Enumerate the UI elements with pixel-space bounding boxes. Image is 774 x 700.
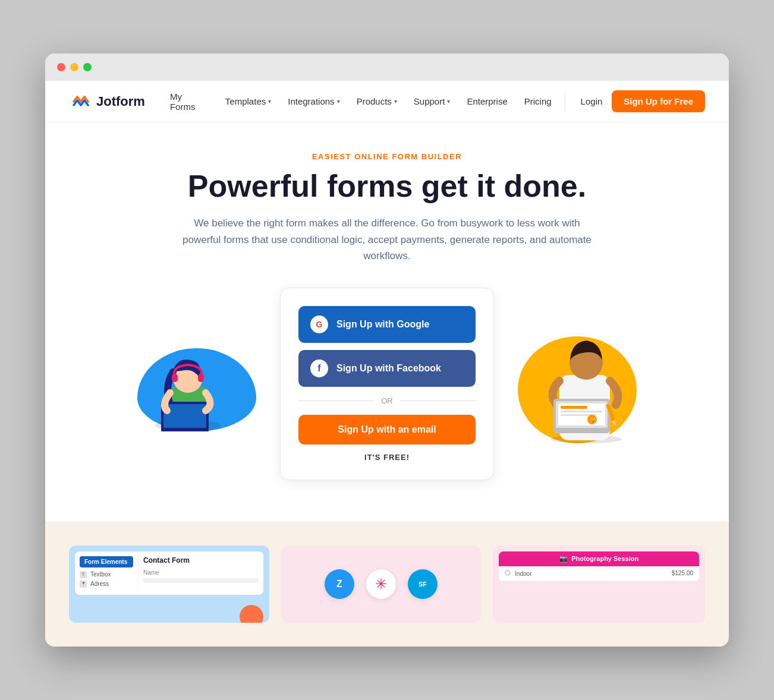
form-preview: Form Elements T Textbox 📍 Adress Co bbox=[75, 551, 263, 595]
indoor-radio[interactable] bbox=[505, 570, 511, 576]
google-g-icon: G bbox=[316, 320, 323, 329]
nav-divider bbox=[565, 93, 565, 111]
products-chevron-icon: ▾ bbox=[394, 98, 397, 105]
form-elements-label: Form Elements bbox=[80, 556, 133, 567]
camera-icon: 📷 bbox=[559, 555, 568, 563]
or-line-right bbox=[400, 401, 476, 401]
nav-pricing[interactable]: Pricing bbox=[517, 92, 559, 111]
google-icon-circle: G bbox=[310, 316, 328, 333]
login-link[interactable]: Login bbox=[571, 92, 612, 111]
integrations-card: Z ✳ SF bbox=[281, 546, 482, 623]
close-button[interactable] bbox=[57, 63, 65, 71]
photography-session-header: 📷 Photography Session bbox=[499, 551, 699, 566]
logo[interactable]: Jotform bbox=[69, 91, 145, 112]
integrations-chevron-icon: ▾ bbox=[337, 98, 340, 105]
bottom-section: Form Elements T Textbox 📍 Adress Co bbox=[45, 522, 729, 647]
indoor-price: $125.00 bbox=[672, 570, 693, 576]
person-right-illustration: 😸 bbox=[542, 327, 631, 443]
address-icon: 📍 bbox=[80, 581, 87, 588]
left-illustration bbox=[137, 336, 268, 431]
nav-integrations[interactable]: Integrations ▾ bbox=[281, 92, 347, 111]
photography-form-preview: 📷 Photography Session Indoor $125.00 bbox=[499, 551, 699, 581]
hero-description: We believe the right form makes all the … bbox=[179, 215, 595, 264]
svg-text:😸: 😸 bbox=[590, 417, 596, 423]
contact-form-card: Form Elements T Textbox 📍 Adress Co bbox=[69, 546, 269, 623]
free-label: IT'S FREE! bbox=[298, 453, 476, 462]
svg-rect-16 bbox=[561, 411, 602, 412]
person-left-illustration bbox=[149, 345, 226, 431]
templates-chevron-icon: ▾ bbox=[268, 98, 271, 105]
nav-enterprise[interactable]: Enterprise bbox=[460, 92, 514, 111]
maximize-button[interactable] bbox=[83, 63, 92, 71]
browser-window: Jotform My Forms Templates ▾ Integration… bbox=[45, 53, 729, 647]
signup-area: G Sign Up with Google f Sign Up with Fac… bbox=[69, 288, 705, 498]
svg-rect-4 bbox=[172, 374, 178, 382]
facebook-signup-button[interactable]: f Sign Up with Facebook bbox=[298, 350, 476, 387]
right-illustration: 😸 bbox=[506, 324, 637, 443]
contact-form-title: Contact Form bbox=[143, 556, 259, 565]
minimize-button[interactable] bbox=[70, 63, 78, 71]
signup-free-button[interactable]: Sign Up for Free bbox=[612, 90, 705, 112]
logo-icon bbox=[69, 91, 90, 112]
textbox-field: T Textbox bbox=[80, 571, 133, 578]
svg-rect-5 bbox=[198, 374, 204, 382]
support-chevron-icon: ▾ bbox=[447, 98, 450, 105]
signup-card: G Sign Up with Google f Sign Up with Fac… bbox=[280, 288, 494, 480]
indoor-option-row: Indoor $125.00 bbox=[499, 566, 699, 581]
email-signup-button[interactable]: Sign Up with an email bbox=[298, 415, 476, 444]
facebook-f-icon: f bbox=[317, 363, 320, 374]
google-signup-button[interactable]: G Sign Up with Google bbox=[298, 306, 476, 343]
svg-rect-15 bbox=[561, 406, 587, 409]
name-input-preview bbox=[143, 578, 259, 583]
nav-my-forms[interactable]: My Forms bbox=[163, 87, 216, 116]
hero-section: EASIEST ONLINE FORM BUILDER Powerful for… bbox=[45, 122, 729, 522]
asterisk-icon: ✳ bbox=[366, 569, 396, 599]
browser-chrome bbox=[45, 53, 729, 81]
hero-subtitle: EASIEST ONLINE FORM BUILDER bbox=[69, 152, 705, 161]
facebook-icon-circle: f bbox=[310, 360, 328, 377]
photography-card: 📷 Photography Session Indoor $125.00 bbox=[493, 546, 705, 623]
svg-marker-21 bbox=[612, 420, 617, 427]
salesforce-icon: SF bbox=[408, 569, 438, 599]
nav-support[interactable]: Support ▾ bbox=[407, 92, 458, 111]
logo-text: Jotform bbox=[96, 94, 145, 109]
address-field: 📍 Adress bbox=[80, 581, 133, 588]
textbox-icon: T bbox=[80, 571, 87, 578]
nav-links: My Forms Templates ▾ Integrations ▾ Prod… bbox=[163, 87, 559, 116]
zoom-icon: Z bbox=[325, 569, 354, 599]
nav-products[interactable]: Products ▾ bbox=[350, 92, 404, 111]
svg-rect-7 bbox=[163, 404, 206, 428]
navbar: Jotform My Forms Templates ▾ Integration… bbox=[45, 81, 729, 122]
hero-title: Powerful forms get it done. bbox=[69, 169, 705, 203]
or-line-left bbox=[298, 401, 374, 401]
indoor-label: Indoor bbox=[515, 570, 531, 577]
or-divider: OR bbox=[298, 396, 476, 405]
nav-templates[interactable]: Templates ▾ bbox=[218, 92, 278, 111]
